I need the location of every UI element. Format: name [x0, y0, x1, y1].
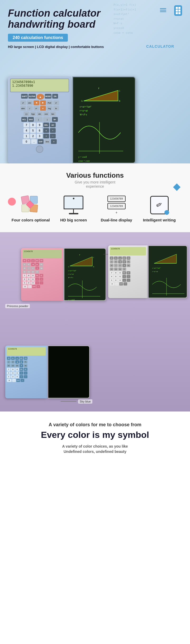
p-xn[interactable]: xⁿ	[31, 267, 35, 270]
p7[interactable]: 7	[23, 274, 26, 277]
btn-2[interactable]: 2	[30, 134, 36, 138]
p-sq[interactable]: √	[27, 267, 31, 270]
w-ln[interactable]: ln	[122, 268, 126, 271]
p8[interactable]: 8	[27, 274, 31, 277]
b0[interactable]: 0	[7, 379, 12, 382]
b-add[interactable]: +	[20, 375, 23, 378]
p-on[interactable]: ON	[40, 259, 43, 262]
w9[interactable]: 9	[118, 271, 122, 274]
w8[interactable]: 8	[114, 271, 118, 274]
b4[interactable]: 4	[7, 371, 11, 375]
b-exp[interactable]: EXP	[16, 379, 20, 382]
w-tan[interactable]: tan	[118, 268, 122, 271]
p-ac[interactable]: AC	[40, 274, 43, 277]
w-alpha[interactable]: AL	[114, 256, 118, 260]
on-btn[interactable]: ON	[52, 94, 58, 99]
btn-5[interactable]: 5	[30, 128, 36, 133]
p-del[interactable]: DEL	[35, 274, 39, 277]
p-poll[interactable]: Po	[40, 263, 43, 266]
w0[interactable]: 0	[110, 282, 115, 285]
b1[interactable]: 1	[7, 375, 11, 378]
p9[interactable]: 9	[31, 274, 35, 277]
b-del[interactable]: DEL	[20, 368, 23, 371]
mode-btn[interactable]: MODE	[45, 94, 51, 99]
p3[interactable]: 3	[31, 281, 35, 284]
b-div[interactable]: ÷	[24, 371, 27, 375]
b3[interactable]: 3	[15, 375, 19, 378]
ln-btn[interactable]: ln	[53, 106, 59, 111]
p-alpha[interactable]: AL	[27, 259, 31, 262]
w-log[interactable]: log	[127, 264, 130, 267]
p-log[interactable]: log	[40, 267, 43, 270]
w-poll[interactable]: Po	[127, 260, 130, 263]
p-shift[interactable]: SH	[23, 259, 26, 262]
open-paren-btn[interactable]: (	[35, 117, 42, 122]
b-alpha[interactable]: AL	[11, 357, 15, 360]
w6[interactable]: 6	[118, 275, 122, 278]
x3-btn[interactable]: x³	[53, 100, 59, 105]
down-btn[interactable]: ▼	[40, 106, 46, 111]
w-on[interactable]: ON	[127, 256, 130, 260]
p-nav[interactable]: ▲	[31, 259, 35, 262]
ncr-btn[interactable]: nCr	[27, 100, 33, 105]
b-mul[interactable]: ×	[20, 371, 23, 375]
btn-6[interactable]: 6	[37, 128, 42, 133]
w-sq[interactable]: √	[114, 264, 118, 267]
p-ab[interactable]: ab	[23, 267, 26, 270]
w-l[interactable]: ◀	[118, 260, 122, 263]
b-tan[interactable]: tan	[15, 364, 19, 367]
hyp-btn[interactable]: hyp	[30, 112, 36, 116]
b-cos[interactable]: cos	[11, 364, 15, 367]
p-sub[interactable]: −	[40, 281, 43, 284]
rcl-btn[interactable]: RCL	[21, 117, 27, 122]
btn-8[interactable]: 8	[30, 123, 36, 127]
cos-btn[interactable]: cos	[43, 112, 49, 116]
w4[interactable]: 4	[110, 275, 113, 278]
x2-btn[interactable]: x²	[20, 100, 26, 105]
btn-3[interactable]: 3	[37, 134, 42, 138]
p5[interactable]: 5	[27, 278, 31, 281]
eng-btn[interactable]: ENG	[28, 117, 34, 122]
p-ln[interactable]: ln	[35, 270, 39, 273]
w-dot[interactable]: .	[115, 282, 119, 285]
b7[interactable]: 7	[7, 368, 11, 371]
w-ncr[interactable]: nC	[114, 260, 118, 263]
p-mode[interactable]: MO	[35, 259, 39, 262]
w-dn[interactable]: ▼	[122, 264, 126, 267]
w-ac[interactable]: AC	[127, 271, 130, 274]
b-ncr[interactable]: nC	[11, 360, 15, 364]
p-dot[interactable]: .	[28, 285, 32, 288]
ac-btn[interactable]: AC	[50, 123, 56, 127]
p-x2[interactable]: x²	[23, 263, 26, 266]
add-btn[interactable]: +	[43, 134, 49, 138]
b-shift[interactable]: SH	[7, 357, 11, 360]
mplus-btn[interactable]: M+	[52, 117, 58, 122]
b9[interactable]: 9	[15, 368, 19, 371]
b-eq[interactable]: =	[21, 379, 24, 382]
w1[interactable]: 1	[110, 279, 113, 282]
p-tan[interactable]: tan	[31, 270, 35, 273]
close-paren-btn[interactable]: )	[43, 117, 51, 122]
exp-btn[interactable]: EXP	[38, 139, 44, 144]
w-r[interactable]: ▶	[122, 260, 126, 263]
w-xn[interactable]: xⁿ	[118, 264, 122, 267]
w-mode[interactable]: MO	[122, 256, 126, 260]
b-sin[interactable]: sin	[7, 364, 11, 367]
shift-btn[interactable]: SHIFT	[21, 94, 27, 99]
paren-btn[interactable]: (-)	[23, 112, 29, 116]
mul-btn[interactable]: ×	[43, 128, 49, 133]
del-btn[interactable]: DEL	[43, 123, 49, 127]
w3[interactable]: 3	[118, 279, 122, 282]
b-x2[interactable]: x²	[7, 360, 11, 364]
ab-btn[interactable]: ab/c	[20, 106, 26, 111]
b2[interactable]: 2	[11, 375, 15, 378]
b8[interactable]: 8	[11, 368, 15, 371]
b-poll[interactable]: Po	[24, 360, 27, 364]
btn-1[interactable]: 1	[23, 134, 29, 138]
btn-0[interactable]: 0	[22, 139, 30, 144]
w-sub[interactable]: −	[127, 279, 130, 282]
btn-9[interactable]: 9	[37, 123, 42, 127]
p-mul[interactable]: ×	[35, 278, 39, 281]
w-sin[interactable]: sin	[110, 268, 113, 271]
w-eq[interactable]: =	[124, 282, 127, 285]
